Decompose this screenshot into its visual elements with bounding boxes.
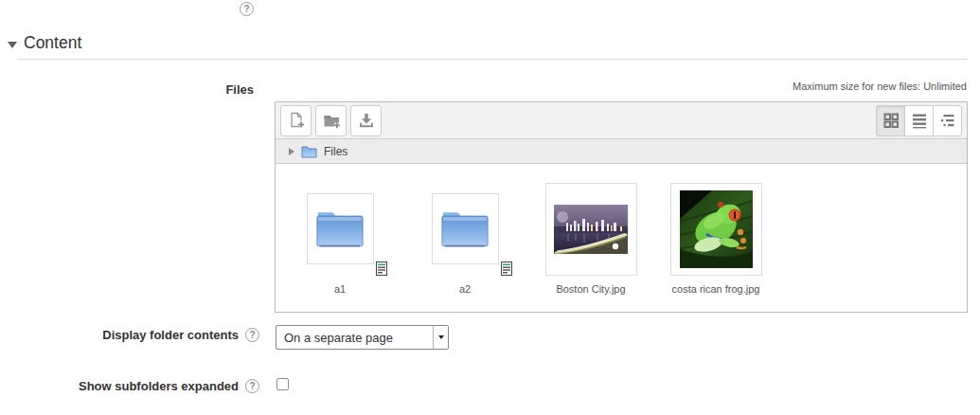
show-subfolders-checkbox[interactable]: [276, 378, 289, 390]
filemanager-toolbar: [276, 102, 967, 139]
tree-view-button[interactable]: [933, 105, 962, 136]
create-folder-icon: [322, 111, 341, 130]
breadcrumb-expand-icon[interactable]: [289, 148, 294, 155]
folder-icon: [314, 208, 365, 250]
file-tile-label: a1: [278, 283, 401, 295]
select-value: On a separate page: [276, 331, 433, 345]
section-header-content[interactable]: Content: [8, 33, 81, 53]
section-divider: [17, 59, 968, 60]
folder-contents-badge-icon: [501, 262, 512, 276]
section-title[interactable]: Content: [24, 33, 81, 53]
chevron-down-icon: [438, 335, 444, 339]
add-file-icon: [287, 111, 306, 130]
display-folder-contents-row-label: Display folder contents ?: [0, 326, 259, 343]
download-icon: [357, 111, 376, 130]
file-tile-folder-a1[interactable]: a1: [278, 183, 401, 308]
filemanager-breadcrumb: Files: [276, 139, 967, 164]
icons-view-button[interactable]: [876, 105, 905, 136]
file-tile-folder-a2[interactable]: a2: [403, 183, 526, 308]
folder-card: [307, 193, 374, 264]
select-dropdown-button[interactable]: [433, 326, 448, 349]
breadcrumb-folder-icon[interactable]: [301, 145, 317, 158]
image-thumbnail-card: [670, 183, 762, 276]
show-subfolders-label: Show subfolders expanded: [79, 379, 239, 393]
view-toggle-group: [876, 105, 962, 136]
create-folder-button[interactable]: [315, 105, 347, 136]
folder-contents-badge-icon: [376, 262, 387, 276]
file-tile-boston-city[interactable]: Boston City.jpg: [529, 183, 652, 308]
help-icon[interactable]: ?: [245, 379, 259, 393]
max-size-note: Maximum size for new files: Unlimited: [793, 81, 967, 92]
list-view-icon: [910, 111, 929, 130]
display-folder-contents-label: Display folder contents: [102, 328, 239, 342]
download-all-button[interactable]: [350, 105, 382, 136]
files-row-label: Files: [0, 82, 254, 97]
filemanager: Files: [275, 101, 968, 313]
folder-icon: [439, 208, 490, 250]
icons-view-icon: [882, 111, 900, 130]
file-tile-frog[interactable]: costa rican frog.jpg: [654, 183, 777, 308]
display-folder-contents-select[interactable]: On a separate page: [276, 325, 449, 350]
page: { "help": { "glyph": "?" }, "section": {…: [0, 0, 980, 415]
boston-city-thumbnail: [554, 205, 628, 254]
tree-view-icon: [938, 111, 957, 130]
add-file-button[interactable]: [280, 105, 312, 136]
show-subfolders-row-label: Show subfolders expanded ?: [0, 377, 259, 394]
file-tile-label: a2: [403, 283, 526, 295]
help-icon[interactable]: ?: [245, 328, 259, 342]
filemanager-files-area: a1: [276, 164, 967, 312]
list-view-button[interactable]: [904, 105, 934, 136]
file-tile-label: costa rican frog.jpg: [654, 283, 777, 295]
file-tile-label: Boston City.jpg: [529, 283, 652, 295]
frog-thumbnail: [680, 190, 753, 268]
breadcrumb-root-label[interactable]: Files: [324, 145, 347, 158]
collapse-arrow-icon[interactable]: [8, 42, 17, 48]
help-icon[interactable]: ?: [240, 2, 254, 16]
image-thumbnail-card: [545, 183, 637, 276]
folder-card: [432, 193, 499, 264]
